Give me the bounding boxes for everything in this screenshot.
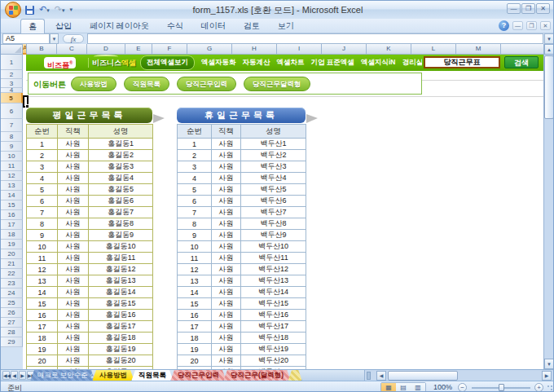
vertical-scrollbar[interactable]: ▲ ▼	[543, 44, 553, 369]
ribbon-tab-수식[interactable]: 수식	[160, 19, 191, 33]
cell[interactable]: 2	[178, 150, 212, 161]
row-header-26[interactable]: 26	[1, 308, 23, 318]
cell[interactable]: 6	[27, 196, 58, 207]
ribbon-tab-페이지 레이아웃[interactable]: 페이지 레이아웃	[82, 19, 156, 33]
cell[interactable]: 19	[27, 344, 58, 355]
cell[interactable]: 홍길동4	[89, 173, 153, 184]
sheet-tab-당직근무입력[interactable]: 당직근무입력	[170, 370, 226, 381]
tab-split-handle[interactable]	[367, 372, 371, 380]
prev-sheet-icon[interactable]: ◀	[11, 371, 18, 380]
cell[interactable]: 홍길동18	[89, 333, 153, 344]
cell[interactable]: 백두산1	[241, 139, 306, 150]
resize-grip[interactable]	[546, 384, 554, 392]
row-header-12[interactable]: 12	[1, 171, 23, 181]
column-header-L[interactable]: L	[411, 44, 456, 55]
column-header-G[interactable]: G	[187, 44, 232, 55]
cell[interactable]: 사원	[212, 275, 241, 287]
cell[interactable]: 1	[27, 139, 58, 150]
row-header-25[interactable]: 25	[1, 298, 23, 308]
cell[interactable]: 9	[27, 230, 58, 241]
column-header-B[interactable]: B	[27, 44, 57, 55]
row-header-15[interactable]: 15	[1, 200, 23, 210]
scroll-down-icon[interactable]: ▼	[544, 359, 554, 369]
cell[interactable]: 사원	[58, 196, 89, 207]
next-sheet-icon[interactable]: ▶	[19, 371, 26, 380]
column-header-E[interactable]: E	[125, 44, 152, 55]
cell[interactable]: 1	[178, 139, 212, 150]
name-box[interactable]: A5	[2, 33, 50, 44]
search-input[interactable]	[424, 56, 500, 68]
cell[interactable]: 백두산16	[241, 310, 306, 321]
formula-input[interactable]	[87, 33, 543, 44]
mover-button-직원목록[interactable]: 직원목록	[124, 77, 169, 91]
row-header-7[interactable]: 7	[1, 119, 23, 132]
cell[interactable]: 사원	[58, 150, 89, 161]
cell[interactable]: 홍길동2	[89, 150, 153, 161]
cell[interactable]: 18	[178, 333, 212, 344]
cell[interactable]: 사원	[58, 139, 89, 150]
cell[interactable]: 사원	[212, 173, 241, 184]
row-header-8[interactable]: 8	[1, 132, 23, 142]
weekday-header-cell[interactable]: 순번	[27, 125, 58, 139]
holiday-header-cell[interactable]: 성명	[241, 125, 306, 139]
cell[interactable]: 홍길동5	[89, 184, 153, 196]
cell[interactable]: 사원	[212, 298, 241, 310]
cell[interactable]: 사원	[212, 333, 241, 344]
row-header-23[interactable]: 23	[1, 279, 23, 288]
page-break-view-icon[interactable]: ▥	[411, 383, 425, 392]
cell[interactable]: 홍길동19	[89, 344, 153, 355]
cell[interactable]: 15	[178, 298, 212, 310]
cell[interactable]: 3	[178, 161, 212, 173]
cell[interactable]: 백두산4	[241, 173, 306, 184]
cell[interactable]: 17	[178, 321, 212, 333]
cell[interactable]: 사원	[212, 161, 241, 173]
row-header-5[interactable]: 5	[1, 93, 23, 104]
cell[interactable]: 11	[178, 253, 212, 264]
cell[interactable]: 사원	[212, 207, 241, 218]
cell[interactable]: 사원	[58, 355, 89, 367]
cell[interactable]: 사원	[212, 241, 241, 253]
cell[interactable]: 홍길동12	[89, 264, 153, 275]
cell[interactable]: 사원	[212, 150, 241, 161]
sheet-tab-partial[interactable]	[288, 370, 302, 381]
cell[interactable]: 사원	[58, 298, 89, 310]
row-header-22[interactable]: 22	[1, 269, 23, 279]
cell[interactable]: 백두산17	[241, 321, 306, 333]
ribbon-tab-삽입[interactable]: 삽입	[48, 19, 79, 33]
row-header-14[interactable]: 14	[1, 191, 23, 200]
expand-formula-bar-icon[interactable]: ▼	[544, 33, 554, 44]
cell[interactable]: 사원	[58, 321, 89, 333]
cell[interactable]: 18	[27, 333, 58, 344]
search-button[interactable]: 검색	[504, 56, 539, 68]
ribbon-tab-보기[interactable]: 보기	[270, 19, 301, 33]
row-header-3[interactable]: 3	[1, 79, 23, 88]
sheet-grid[interactable]: 비즈폼® 비즈니스엑셀 전체엑셀보기엑셀자동화자동계산엑셀차트기업 표준엑셀엑셀…	[23, 55, 545, 369]
cell[interactable]: 백두산19	[241, 344, 306, 355]
row-header-24[interactable]: 24	[1, 288, 23, 298]
cell[interactable]: 백두산18	[241, 333, 306, 344]
cell[interactable]: 12	[27, 264, 58, 275]
row-header-17[interactable]: 17	[1, 220, 23, 230]
cell[interactable]: 20	[27, 355, 58, 367]
banner-menu-item[interactable]: 자동계산	[243, 58, 270, 68]
cell[interactable]: 20	[178, 355, 212, 367]
cell[interactable]: 홍길동17	[89, 321, 153, 333]
cell[interactable]: 백두산3	[241, 161, 306, 173]
cell[interactable]: 사원	[212, 218, 241, 230]
row-header-6[interactable]: 6	[1, 104, 23, 119]
cell[interactable]: 홍길동8	[89, 218, 153, 230]
cell[interactable]: 사원	[212, 230, 241, 241]
cell[interactable]: 5	[27, 184, 58, 196]
cell[interactable]: 사원	[212, 264, 241, 275]
cell[interactable]: 홍길동15	[89, 298, 153, 310]
row-header-19[interactable]: 19	[1, 240, 23, 249]
cell[interactable]: 사원	[58, 207, 89, 218]
column-header-I[interactable]: I	[277, 44, 322, 55]
sheet-tab-매크로 보안수준 설정[interactable]: 매크로 보안수준 설정	[30, 370, 95, 381]
row-header-28[interactable]: 28	[1, 328, 23, 337]
cell[interactable]: 홍길동3	[89, 161, 153, 173]
column-header-D[interactable]: D	[87, 44, 125, 55]
cell[interactable]: 사원	[212, 310, 241, 321]
weekday-header-cell[interactable]: 직책	[58, 125, 89, 139]
cell[interactable]: 7	[27, 207, 58, 218]
